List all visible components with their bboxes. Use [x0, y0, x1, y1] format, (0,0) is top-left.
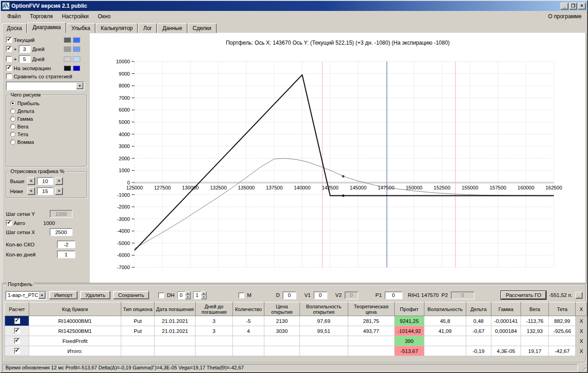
delete-button[interactable]: Удалить [80, 291, 110, 299]
status-text: Время обновления 12 мс Profit=-513,67 De… [2, 364, 578, 372]
tab-calculator[interactable]: Калькулятор [96, 23, 138, 33]
dh-spinner-2-value[interactable]: 1 [193, 291, 201, 299]
current-color-swatch-1[interactable] [64, 37, 71, 43]
auto-grid-value: 1000 [43, 220, 55, 226]
d-field[interactable]: 0 [283, 291, 296, 299]
radio-gamma[interactable] [10, 116, 15, 122]
expiration-checkbox[interactable] [6, 65, 12, 71]
dh-spinner-2[interactable]: 1 ▲▼ [193, 291, 206, 299]
series-expiration [134, 75, 554, 250]
plus3-color-swatch-2[interactable] [73, 46, 80, 52]
row-delete-button[interactable]: X [576, 326, 587, 336]
collapse-button[interactable]: _ [575, 292, 583, 299]
plus3-checkbox[interactable] [6, 46, 12, 52]
go-result-value: -551,52 п. [549, 292, 573, 298]
m-checkbox[interactable] [238, 292, 244, 298]
plus5-color-swatch-1[interactable] [64, 56, 71, 62]
save-button[interactable]: Сохранить [113, 291, 149, 299]
plus5-color-swatch-2[interactable] [73, 56, 80, 62]
chart-svg[interactable]: -7000-6000-5000-4000-3000-2000-100001000… [90, 48, 584, 283]
row-calc-checkbox[interactable] [14, 328, 20, 334]
tab-log[interactable]: Лог [138, 23, 157, 33]
chevron-down-icon[interactable]: ▼ [38, 292, 46, 299]
row-delete-button[interactable]: X [576, 316, 587, 326]
menu-window[interactable]: Окно [93, 12, 115, 21]
row-calc-cell[interactable] [5, 346, 29, 356]
menu-trading[interactable]: Торговля [26, 12, 57, 21]
row-calc-checkbox[interactable] [14, 338, 20, 344]
radio-theta[interactable] [10, 132, 15, 137]
tab-smile[interactable]: Улыбка [67, 23, 96, 33]
current-checkbox[interactable] [6, 37, 12, 43]
auto-grid-checkbox[interactable] [6, 220, 12, 226]
plus3-color-swatch-1[interactable] [64, 46, 71, 52]
calc-go-button[interactable]: Рассчитать ГО [501, 291, 547, 299]
row-calc-checkbox[interactable] [14, 348, 20, 354]
below-decrease-button[interactable]: < [27, 187, 35, 195]
grid-step-y-input [50, 210, 72, 218]
dh-spinner-1[interactable]: 0 ▲▼ [177, 291, 191, 299]
plus3-days-input[interactable] [19, 45, 31, 53]
row-calc-cell[interactable] [5, 326, 29, 336]
below-increase-button[interactable]: > [55, 187, 63, 195]
above-percent-input[interactable] [37, 177, 53, 185]
chevron-down-icon[interactable]: ▼ [76, 82, 83, 89]
cell [264, 336, 300, 346]
resize-grip-icon[interactable] [579, 364, 586, 371]
y-axis-label: 2000 [119, 156, 130, 161]
profit-cell: 390 [394, 336, 424, 346]
tab-diagram[interactable]: Диаграмма [27, 22, 66, 33]
above-decrease-button[interactable]: < [27, 177, 35, 185]
strategy-select[interactable]: ▼ [6, 82, 84, 90]
grid-step-x-input[interactable] [50, 228, 72, 236]
dh-spinner-1-value[interactable]: 0 [177, 291, 185, 299]
menu-file[interactable]: Файл [3, 12, 26, 21]
expiration-color-swatch-1[interactable] [64, 66, 71, 71]
days-count-input[interactable] [57, 250, 75, 258]
expiration-color-swatch-2[interactable] [73, 66, 80, 71]
compare-strategy-checkbox[interactable] [6, 73, 12, 79]
close-button[interactable]: × [578, 3, 586, 10]
row-calc-cell[interactable] [5, 336, 29, 346]
titlebar[interactable]: OptionFVV версия 2.1 public _ ❐ × [1, 1, 587, 11]
app-window: OptionFVV версия 2.1 public _ ❐ × Файл Т… [0, 0, 588, 373]
sko-count-input[interactable] [57, 240, 75, 248]
radio-vomma[interactable] [10, 139, 15, 145]
preset-select[interactable]: 1-вар-т_РТС ▼ [5, 291, 46, 300]
tab-deals[interactable]: Сделки [188, 23, 217, 33]
portfolio-table: РасчетКод бумагиТип опционаДата погашени… [5, 302, 587, 356]
y-axis-label: 7000 [119, 95, 130, 101]
plus5-days-input[interactable] [19, 55, 31, 63]
spin-up-icon[interactable]: ▲ [201, 291, 206, 296]
plus5-checkbox[interactable] [6, 56, 12, 62]
d-label: D [276, 292, 280, 298]
row-calc-checkbox[interactable] [14, 318, 20, 324]
minimize-button[interactable]: _ [561, 3, 568, 10]
row-delete-button[interactable]: X [576, 336, 587, 346]
spin-down-icon[interactable]: ▼ [201, 295, 206, 299]
radio-profit[interactable] [10, 101, 15, 106]
menu-about[interactable]: О программе [545, 12, 585, 21]
menu-settings[interactable]: Настройки [57, 12, 93, 21]
current-color-swatch-2[interactable] [73, 37, 80, 43]
p1-field[interactable]: 0 [385, 291, 402, 299]
spin-up-icon[interactable]: ▲ [185, 291, 191, 296]
import-button[interactable]: Импорт [49, 291, 77, 299]
radio-vega[interactable] [10, 124, 15, 129]
row-calc-cell[interactable] [5, 316, 29, 326]
cell: RI140000BM1 [29, 316, 121, 326]
cell: FixedProfit [29, 336, 121, 346]
maximize-button[interactable]: ❐ [569, 3, 577, 10]
y-axis-label: 5000 [119, 119, 130, 125]
below-percent-input[interactable] [37, 187, 53, 195]
spin-down-icon[interactable]: ▼ [185, 295, 191, 299]
above-increase-button[interactable]: > [55, 177, 63, 185]
radio-delta[interactable] [10, 108, 15, 114]
dh-checkbox[interactable] [158, 292, 164, 298]
cell: 3030 [264, 326, 300, 336]
tab-board[interactable]: Доска [2, 23, 27, 33]
v1-field[interactable]: 0 [314, 291, 327, 299]
tab-data[interactable]: Данные [157, 23, 187, 33]
row-delete-button[interactable]: X [576, 346, 587, 356]
cell [466, 336, 491, 346]
